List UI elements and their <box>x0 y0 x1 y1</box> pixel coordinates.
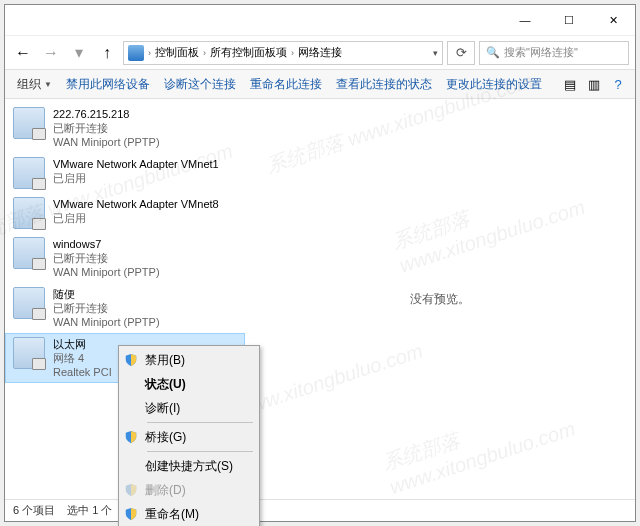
connection-status: 已断开连接 <box>53 121 160 135</box>
connection-status: 已断开连接 <box>53 301 160 315</box>
content-area: 222.76.215.218 已断开连接 WAN Miniport (PPTP)… <box>5 99 635 499</box>
search-icon: 🔍 <box>486 46 500 59</box>
network-adapter-icon <box>13 107 45 139</box>
crumb-control-panel[interactable]: 控制面板 <box>155 45 199 60</box>
forward-button[interactable]: → <box>39 41 63 65</box>
separator <box>147 451 253 452</box>
ctx-rename[interactable]: 重命名(M) <box>121 502 257 526</box>
crumb-network[interactable]: 网络连接 <box>298 45 342 60</box>
connection-status: 已断开连接 <box>53 251 160 265</box>
chevron-down-icon[interactable]: ▾ <box>67 41 91 65</box>
connection-name: 随便 <box>53 287 160 301</box>
toolbar: 组织▼ 禁用此网络设备 诊断这个连接 重命名此连接 查看此连接的状态 更改此连接… <box>5 69 635 99</box>
ctx-disable[interactable]: 禁用(B) <box>121 348 257 372</box>
ctx-bridge[interactable]: 桥接(G) <box>121 425 257 449</box>
connection-name: VMware Network Adapter VMnet1 <box>53 157 219 171</box>
connection-item[interactable]: 随便 已断开连接 WAN Miniport (PPTP) <box>5 283 245 333</box>
connection-device: Realtek PCI <box>53 365 112 379</box>
connection-device: WAN Miniport (PPTP) <box>53 315 160 329</box>
breadcrumb[interactable]: › 控制面板 › 所有控制面板项 › 网络连接 ▾ <box>123 41 443 65</box>
network-adapter-icon <box>13 157 45 189</box>
connection-status: 已启用 <box>53 171 219 185</box>
connection-name: 以太网 <box>53 337 112 351</box>
preview-empty-label: 没有预览。 <box>410 291 470 308</box>
connection-name: windows7 <box>53 237 160 251</box>
breadcrumb-dropdown-icon[interactable]: ▾ <box>433 48 438 58</box>
shield-icon <box>123 429 139 445</box>
up-button[interactable]: ↑ <box>95 41 119 65</box>
ctx-diagnose[interactable]: 诊断(I) <box>121 396 257 420</box>
minimize-button[interactable]: — <box>503 5 547 35</box>
crumb-all-items[interactable]: 所有控制面板项 <box>210 45 287 60</box>
shield-icon <box>123 506 139 522</box>
connection-device: WAN Miniport (PPTP) <box>53 265 160 279</box>
chevron-right-icon: › <box>148 48 151 58</box>
connection-item[interactable]: VMware Network Adapter VMnet8 已启用 <box>5 193 245 233</box>
titlebar: — ☐ ✕ <box>5 5 635 35</box>
shield-icon <box>123 482 139 498</box>
organize-menu[interactable]: 组织▼ <box>11 73 58 96</box>
preview-pane-icon[interactable]: ▥ <box>583 73 605 95</box>
connection-status: 网络 4 <box>53 351 112 365</box>
network-adapter-icon <box>13 287 45 319</box>
disable-device-button[interactable]: 禁用此网络设备 <box>60 73 156 96</box>
close-button[interactable]: ✕ <box>591 5 635 35</box>
connection-name: VMware Network Adapter VMnet8 <box>53 197 219 211</box>
connection-item[interactable]: 222.76.215.218 已断开连接 WAN Miniport (PPTP) <box>5 103 245 153</box>
network-adapter-icon <box>13 237 45 269</box>
chevron-right-icon: › <box>203 48 206 58</box>
connection-status: 已启用 <box>53 211 219 225</box>
search-input[interactable]: 🔍 搜索"网络连接" <box>479 41 629 65</box>
control-panel-icon <box>128 45 144 61</box>
view-status-button[interactable]: 查看此连接的状态 <box>330 73 438 96</box>
chevron-right-icon: › <box>291 48 294 58</box>
shield-icon <box>123 352 139 368</box>
maximize-button[interactable]: ☐ <box>547 5 591 35</box>
item-count: 6 个项目 <box>13 503 55 518</box>
ctx-delete: 删除(D) <box>121 478 257 502</box>
refresh-button[interactable]: ⟳ <box>447 41 475 65</box>
help-icon[interactable]: ? <box>607 73 629 95</box>
network-adapter-icon <box>13 337 45 369</box>
connection-item[interactable]: VMware Network Adapter VMnet1 已启用 <box>5 153 245 193</box>
separator <box>147 422 253 423</box>
ctx-shortcut[interactable]: 创建快捷方式(S) <box>121 454 257 478</box>
connection-name: 222.76.215.218 <box>53 107 160 121</box>
connection-item[interactable]: windows7 已断开连接 WAN Miniport (PPTP) <box>5 233 245 283</box>
rename-button[interactable]: 重命名此连接 <box>244 73 328 96</box>
ctx-status[interactable]: 状态(U) <box>121 372 257 396</box>
selected-count: 选中 1 个 <box>67 503 112 518</box>
window: — ☐ ✕ ← → ▾ ↑ › 控制面板 › 所有控制面板项 › 网络连接 ▾ … <box>4 4 636 522</box>
status-bar: 6 个项目 选中 1 个 <box>5 499 635 521</box>
diagnose-button[interactable]: 诊断这个连接 <box>158 73 242 96</box>
connection-device: WAN Miniport (PPTP) <box>53 135 160 149</box>
change-settings-button[interactable]: 更改此连接的设置 <box>440 73 548 96</box>
context-menu: 禁用(B) 状态(U) 诊断(I) 桥接(G) 创建快捷方式(S) 删除(D) … <box>118 345 260 526</box>
preview-pane: 没有预览。 <box>245 99 635 499</box>
network-adapter-icon <box>13 197 45 229</box>
back-button[interactable]: ← <box>11 41 35 65</box>
search-placeholder: 搜索"网络连接" <box>504 45 578 60</box>
address-bar: ← → ▾ ↑ › 控制面板 › 所有控制面板项 › 网络连接 ▾ ⟳ 🔍 搜索… <box>5 35 635 69</box>
view-options-icon[interactable]: ▤ <box>559 73 581 95</box>
